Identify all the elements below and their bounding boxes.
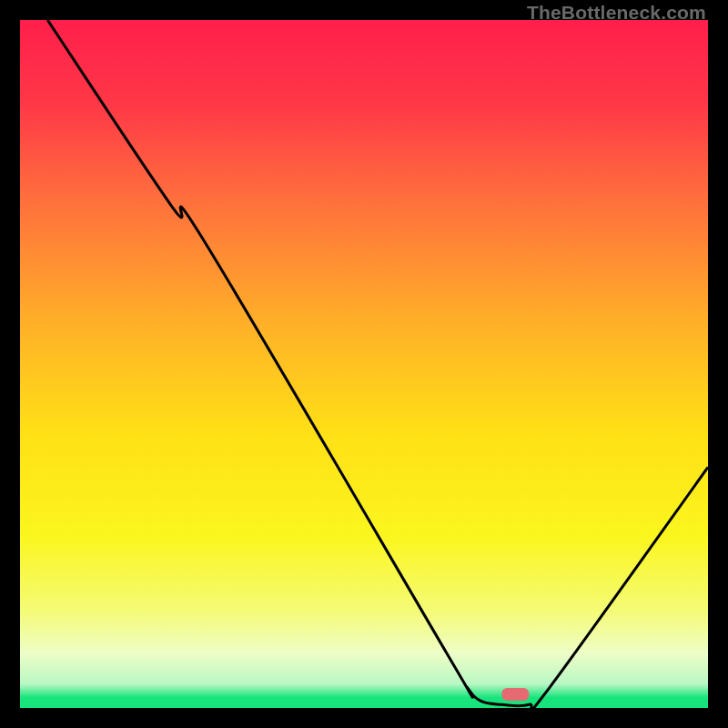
bottleneck-chart: [20, 20, 708, 708]
optimal-marker: [501, 688, 529, 701]
watermark-text: TheBottleneck.com: [527, 2, 706, 24]
gradient-background: [20, 20, 708, 708]
chart-frame: [20, 20, 708, 708]
